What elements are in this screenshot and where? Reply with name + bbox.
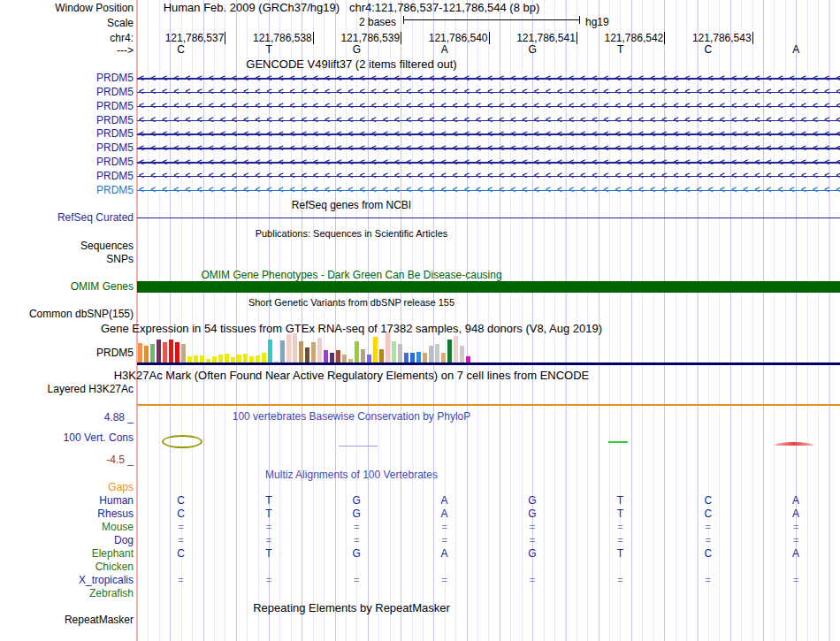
transcript-strand-arrows: <<<<<<<<<<<<<<<<<<<<<<<<<<<<<<<<<<<<<<<<…: [139, 99, 840, 113]
gtex-tissue-bar[interactable]: [386, 332, 390, 362]
gtex-tissue-bar[interactable]: [330, 353, 334, 362]
species-label[interactable]: Dog: [0, 535, 134, 546]
gtex-tissue-bar[interactable]: [194, 355, 198, 362]
gene-label[interactable]: PRDM5: [0, 171, 134, 182]
gtex-tissue-bar[interactable]: [286, 334, 291, 362]
gtex-bar-chart[interactable]: [137, 332, 840, 362]
gtex-tissue-bar[interactable]: [249, 356, 254, 362]
gtex-tissue-bar[interactable]: [460, 346, 464, 362]
gtex-tissue-bar[interactable]: [435, 344, 439, 362]
omim-genes-label[interactable]: OMIM Genes: [0, 281, 134, 293]
gene-label[interactable]: PRDM5: [0, 156, 134, 168]
sequences-label[interactable]: Sequences: [0, 240, 134, 252]
species-label[interactable]: Zebrafish: [0, 588, 134, 599]
refseq-curated-label[interactable]: RefSeq Curated: [0, 212, 134, 224]
gtex-tissue-bar[interactable]: [256, 355, 260, 362]
gene-label[interactable]: PRDM5: [0, 87, 134, 98]
gtex-tissue-bar[interactable]: [423, 353, 427, 362]
gtex-tissue-bar[interactable]: [317, 338, 322, 362]
species-label[interactable]: X_tropicalis: [0, 575, 134, 586]
dbsnp-label[interactable]: Common dbSNP(155): [0, 309, 134, 320]
transcript-row[interactable]: <<<<<<<<<<<<<<<<<<<<<<<<<<<<<<<<<<<<<<<<…: [137, 99, 840, 113]
gtex-tissue-bar[interactable]: [218, 355, 223, 362]
gtex-tissue-bar[interactable]: [466, 356, 470, 362]
gtex-tissue-bar[interactable]: [187, 356, 192, 362]
alignment-base: =: [137, 521, 225, 534]
gtex-tissue-bar[interactable]: [144, 346, 149, 362]
gtex-tissue-bar[interactable]: [150, 344, 155, 362]
gtex-tissue-bar[interactable]: [163, 342, 167, 362]
gene-label[interactable]: PRDM5: [0, 101, 134, 112]
gene-label[interactable]: PRDM5: [0, 185, 134, 196]
species-label[interactable]: Gaps: [0, 482, 134, 493]
transcript-row[interactable]: <<<<<<<<<<<<<<<<<<<<<<<<<<<<<<<<<<<<<<<<…: [137, 183, 840, 197]
gtex-tissue-bar[interactable]: [392, 341, 396, 362]
gtex-tissue-bar[interactable]: [454, 336, 458, 362]
gtex-tissue-bar[interactable]: [169, 340, 173, 362]
gtex-tissue-bar[interactable]: [311, 342, 316, 362]
gtex-tissue-bar[interactable]: [225, 354, 229, 362]
gtex-tissue-bar[interactable]: [237, 355, 241, 362]
gtex-tissue-bar[interactable]: [305, 347, 309, 362]
gene-label[interactable]: PRDM5: [0, 115, 134, 126]
alignment-base: =: [577, 521, 664, 534]
gtex-tissue-bar[interactable]: [299, 341, 303, 362]
gtex-tissue-bar[interactable]: [416, 352, 421, 362]
omim-gene-bar[interactable]: [137, 281, 840, 293]
gtex-tissue-bar[interactable]: [175, 342, 179, 362]
species-label[interactable]: Rhesus: [0, 508, 134, 520]
gtex-tissue-bar[interactable]: [367, 355, 371, 362]
gtex-tissue-bar[interactable]: [441, 353, 446, 362]
alignment-base: C: [664, 547, 752, 561]
gtex-tissue-bar[interactable]: [342, 355, 347, 362]
gtex-tissue-bar[interactable]: [212, 356, 217, 362]
dbsnp-track-title: Short Genetic Variants from dbSNP releas…: [0, 297, 703, 308]
alignment-base: =: [489, 521, 577, 534]
snps-label[interactable]: SNPs: [0, 254, 134, 265]
transcript-row[interactable]: <<<<<<<<<<<<<<<<<<<<<<<<<<<<<<<<<<<<<<<<…: [137, 141, 840, 156]
gtex-tissue-bar[interactable]: [138, 343, 142, 362]
gtex-tissue-bar[interactable]: [262, 353, 266, 362]
gtex-tissue-bar[interactable]: [373, 337, 378, 362]
gtex-tissue-bar[interactable]: [336, 350, 340, 362]
gtex-tissue-bar[interactable]: [157, 340, 161, 362]
gtex-tissue-bar[interactable]: [280, 340, 285, 362]
alignment-base: A: [401, 547, 488, 561]
h3k27ac-label[interactable]: Layered H3K27Ac: [0, 384, 134, 395]
gtex-tissue-bar[interactable]: [361, 349, 365, 362]
chromosome-label: chr4:: [0, 33, 134, 44]
gtex-tissue-bar[interactable]: [293, 333, 297, 362]
gtex-tissue-bar[interactable]: [243, 354, 248, 362]
alignment-base: =: [225, 534, 312, 547]
gene-label[interactable]: PRDM5: [0, 128, 134, 140]
gtex-tissue-bar[interactable]: [447, 340, 452, 362]
transcript-row[interactable]: <<<<<<<<<<<<<<<<<<<<<<<<<<<<<<<<<<<<<<<<…: [137, 169, 840, 183]
gtex-tissue-bar[interactable]: [181, 344, 186, 362]
species-label[interactable]: Mouse: [0, 522, 134, 533]
gtex-tissue-bar[interactable]: [268, 340, 272, 362]
gtex-tissue-bar[interactable]: [404, 353, 409, 362]
gtex-tissue-bar[interactable]: [379, 349, 384, 362]
gene-label[interactable]: PRDM5: [0, 142, 134, 154]
gtex-tissue-bar[interactable]: [200, 355, 204, 362]
gtex-tissue-bar[interactable]: [429, 346, 433, 362]
gtex-tissue-bar[interactable]: [410, 353, 415, 362]
species-label[interactable]: Elephant: [0, 548, 134, 560]
transcript-row[interactable]: <<<<<<<<<<<<<<<<<<<<<<<<<<<<<<<<<<<<<<<<…: [137, 85, 840, 99]
gtex-tissue-bar[interactable]: [324, 350, 328, 362]
transcript-row[interactable]: <<<<<<<<<<<<<<<<<<<<<<<<<<<<<<<<<<<<<<<<…: [137, 156, 840, 170]
gtex-tissue-bar[interactable]: [398, 344, 402, 362]
alignment-base: A: [401, 507, 488, 521]
repeatmasker-label[interactable]: RepeatMasker: [0, 614, 134, 626]
transcript-row[interactable]: <<<<<<<<<<<<<<<<<<<<<<<<<<<<<<<<<<<<<<<<…: [137, 72, 840, 86]
transcript-row[interactable]: <<<<<<<<<<<<<<<<<<<<<<<<<<<<<<<<<<<<<<<<…: [137, 127, 840, 141]
conservation-label[interactable]: 100 Vert. Cons: [0, 432, 134, 444]
gtex-tissue-bar[interactable]: [355, 341, 359, 362]
refseq-gene-line[interactable]: [137, 217, 840, 219]
gene-label[interactable]: PRDM5: [0, 72, 134, 84]
gtex-gene-label[interactable]: PRDM5: [0, 347, 134, 359]
species-label[interactable]: Chicken: [0, 561, 134, 573]
species-label[interactable]: Human: [0, 495, 134, 507]
alignment-base: G: [489, 547, 577, 561]
transcript-row[interactable]: <<<<<<<<<<<<<<<<<<<<<<<<<<<<<<<<<<<<<<<<…: [137, 113, 840, 127]
